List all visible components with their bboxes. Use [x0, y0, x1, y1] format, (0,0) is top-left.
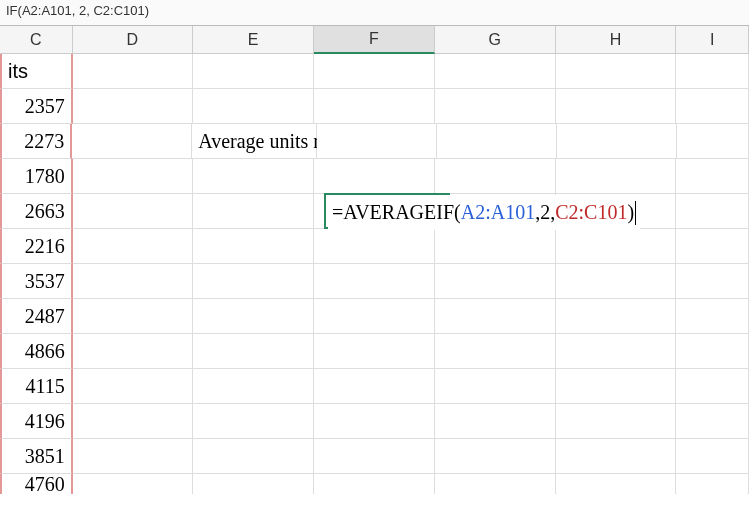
cell[interactable] [314, 159, 435, 194]
cell[interactable] [73, 439, 194, 474]
cell[interactable]: its [0, 54, 73, 89]
cell[interactable] [193, 299, 314, 334]
cell[interactable] [556, 89, 677, 124]
cell[interactable] [677, 124, 749, 159]
cell[interactable] [676, 54, 749, 89]
cell[interactable] [73, 194, 194, 229]
cell[interactable] [73, 264, 194, 299]
cell[interactable]: 3537 [0, 264, 73, 299]
column-headers-row: C D E F G H I [0, 26, 749, 54]
cell[interactable]: 1780 [0, 159, 73, 194]
cell[interactable] [73, 404, 194, 439]
cell[interactable] [73, 334, 194, 369]
cell[interactable] [73, 299, 194, 334]
cell[interactable] [314, 404, 435, 439]
cell[interactable] [435, 299, 556, 334]
cell[interactable] [193, 229, 314, 264]
cell[interactable] [314, 369, 435, 404]
cell[interactable] [435, 474, 556, 494]
cell[interactable] [314, 299, 435, 334]
cell[interactable] [435, 229, 556, 264]
cell[interactable]: 2216 [0, 229, 73, 264]
cell[interactable] [556, 369, 677, 404]
cell[interactable] [314, 54, 435, 89]
cell[interactable] [435, 404, 556, 439]
cell[interactable] [314, 229, 435, 264]
cell[interactable] [73, 54, 194, 89]
cell[interactable] [556, 299, 677, 334]
formula-bar[interactable]: IF(A2:A101, 2, C2:C101) [0, 0, 749, 26]
cell[interactable] [676, 474, 749, 494]
cell[interactable] [314, 89, 435, 124]
cell[interactable]: 3851 [0, 439, 73, 474]
cell[interactable] [676, 404, 749, 439]
cell[interactable] [556, 439, 677, 474]
table-row: 2273 Average units region 2: [0, 124, 749, 159]
cell[interactable] [317, 124, 437, 159]
cell[interactable] [72, 124, 192, 159]
cell[interactable]: 2663 [0, 194, 73, 229]
cell[interactable] [73, 229, 194, 264]
cell[interactable]: 4115 [0, 369, 73, 404]
cell[interactable]: 4760 [0, 474, 73, 494]
cell[interactable] [193, 369, 314, 404]
cell[interactable] [73, 474, 194, 494]
cell[interactable] [435, 89, 556, 124]
cell[interactable] [676, 299, 749, 334]
cell[interactable] [556, 474, 677, 494]
cell[interactable]: 2487 [0, 299, 73, 334]
cell[interactable] [556, 159, 677, 194]
cell[interactable] [193, 89, 314, 124]
cell[interactable] [435, 334, 556, 369]
cell[interactable] [73, 369, 194, 404]
cell[interactable] [193, 334, 314, 369]
cell[interactable] [676, 159, 749, 194]
cell[interactable] [193, 439, 314, 474]
cell[interactable] [73, 159, 194, 194]
cell[interactable] [193, 194, 314, 229]
cell[interactable] [676, 264, 749, 299]
col-header-E[interactable]: E [193, 26, 314, 54]
cell[interactable] [676, 194, 749, 229]
cell[interactable] [435, 54, 556, 89]
cell[interactable] [556, 54, 677, 89]
cell[interactable] [193, 159, 314, 194]
cell[interactable] [193, 404, 314, 439]
formula-close-paren: ) [627, 201, 634, 224]
cell[interactable] [556, 334, 677, 369]
cell[interactable] [676, 439, 749, 474]
col-header-C[interactable]: C [0, 26, 73, 54]
formula-edit-overlay[interactable]: =AVERAGEIF(A2:A101, 2, C2:C101) [328, 195, 640, 230]
cell[interactable] [435, 159, 556, 194]
cell[interactable] [556, 404, 677, 439]
cell[interactable]: 2357 [0, 89, 73, 124]
cell[interactable]: 4196 [0, 404, 73, 439]
cell[interactable] [435, 264, 556, 299]
cell[interactable] [435, 439, 556, 474]
col-header-F[interactable]: F [314, 26, 435, 54]
cell[interactable] [557, 124, 677, 159]
cell[interactable]: 4866 [0, 334, 73, 369]
cell[interactable]: 2273 [0, 124, 72, 159]
cell[interactable] [676, 369, 749, 404]
cell[interactable] [676, 229, 749, 264]
cell[interactable] [556, 264, 677, 299]
cell[interactable] [314, 439, 435, 474]
cell[interactable] [676, 334, 749, 369]
cell[interactable] [314, 264, 435, 299]
cell-label[interactable]: Average units region 2: [192, 124, 317, 159]
col-header-H[interactable]: H [556, 26, 677, 54]
cell[interactable] [556, 229, 677, 264]
cell[interactable] [437, 124, 557, 159]
col-header-G[interactable]: G [435, 26, 556, 54]
cell[interactable] [193, 264, 314, 299]
col-header-I[interactable]: I [676, 26, 749, 54]
cell[interactable] [435, 369, 556, 404]
cell[interactable] [314, 334, 435, 369]
cell[interactable] [314, 474, 435, 494]
cell[interactable] [193, 474, 314, 494]
cell[interactable] [193, 54, 314, 89]
cell[interactable] [73, 89, 194, 124]
cell[interactable] [676, 89, 749, 124]
col-header-D[interactable]: D [73, 26, 194, 54]
